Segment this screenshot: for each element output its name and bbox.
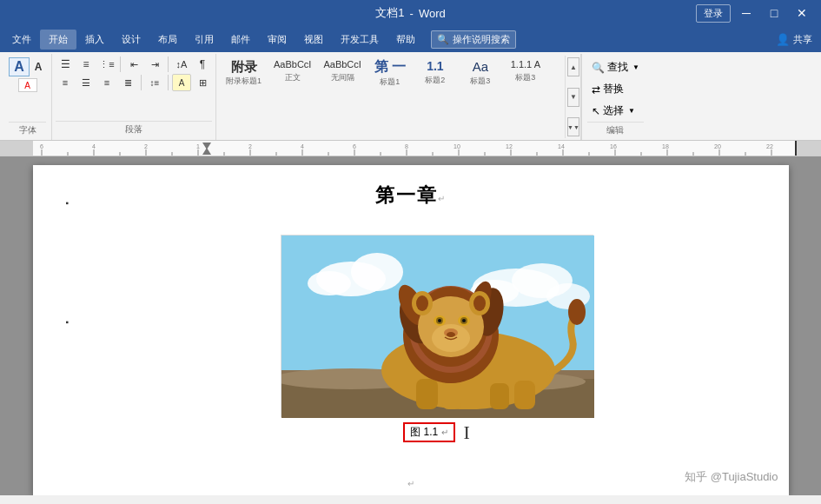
menu-bar-right: 👤 共享 <box>771 31 818 48</box>
svg-rect-57 <box>416 379 438 409</box>
border-btn[interactable]: ⊞ <box>193 74 212 91</box>
styles-scroll-down[interactable]: ▼ <box>567 88 579 107</box>
svg-rect-58 <box>442 381 461 409</box>
menu-mailings[interactable]: 邮件 <box>222 30 259 50</box>
svg-point-80 <box>416 295 428 311</box>
divider1 <box>120 56 121 72</box>
login-button[interactable]: 登录 <box>696 4 731 23</box>
style-heading3-num-preview: 1.1.1 A <box>511 60 540 70</box>
find-label: 查找 <box>607 60 628 75</box>
menu-view[interactable]: 视图 <box>295 30 332 50</box>
paragraph-rows: ☰ ≡ ⋮≡ ⇤ ⇥ ↕A ¶ ≡ ☰ ≡ ≣ ↕≡ <box>56 56 212 119</box>
menu-file[interactable]: 文件 <box>3 30 40 50</box>
menu-review[interactable]: 审阅 <box>259 30 295 50</box>
svg-text:1: 1 <box>196 143 200 149</box>
list-multilevel-btn[interactable]: ⋮≡ <box>97 56 116 73</box>
style-fulu[interactable]: 附录 附录标题1 <box>220 56 268 138</box>
share-button[interactable]: 👤 共享 <box>771 31 818 48</box>
document-name: 文档1 <box>375 5 404 21</box>
minimize-button[interactable]: ─ <box>734 1 758 25</box>
chapter-title-text: 第一章 <box>375 184 438 206</box>
close-button[interactable]: ✕ <box>790 1 814 25</box>
svg-text:4: 4 <box>301 143 304 149</box>
list-ordered-btn[interactable]: ≡ <box>76 56 96 73</box>
menu-layout[interactable]: 布局 <box>149 30 186 50</box>
svg-text:4: 4 <box>92 143 96 149</box>
sort-btn[interactable]: ↕A <box>172 56 191 73</box>
menu-developer[interactable]: 开发工具 <box>332 30 387 50</box>
svg-point-46 <box>351 253 403 291</box>
text-cursor-icon: I <box>464 423 470 442</box>
replace-icon: ⇄ <box>592 83 600 96</box>
menu-insert[interactable]: 插入 <box>76 30 113 50</box>
font-color-btn[interactable]: A <box>18 78 37 92</box>
shading-btn[interactable]: A <box>172 74 191 91</box>
para-row1: ☰ ≡ ⋮≡ ⇤ ⇥ ↕A ¶ <box>56 56 212 73</box>
indent-bottom-marker <box>202 148 211 155</box>
justify-btn[interactable]: ≣ <box>118 74 137 91</box>
svg-point-47 <box>308 271 351 295</box>
font-group-label: 字体 <box>9 122 46 138</box>
styles-scroll-up[interactable]: ▲ <box>567 57 579 76</box>
align-left-btn[interactable]: ≡ <box>56 74 75 91</box>
style-fulu-preview: 附录 <box>231 60 257 73</box>
font-a-large[interactable]: A <box>9 57 30 76</box>
figure-caption: 图 1.1 ↵ I <box>403 422 470 442</box>
style-heading2[interactable]: 1.1 标题2 <box>413 56 458 138</box>
style-heading1-preview: 第 一 <box>374 60 406 74</box>
paragraph-group: ☰ ≡ ⋮≡ ⇤ ⇥ ↕A ¶ ≡ ☰ ≡ ≣ ↕≡ <box>52 54 216 140</box>
svg-rect-60 <box>514 381 535 409</box>
svg-text:18: 18 <box>662 143 669 149</box>
font-a-small[interactable]: A <box>30 61 46 73</box>
style-heading1[interactable]: 第 一 标题1 <box>367 56 413 138</box>
style-heading1-label: 标题1 <box>380 76 400 88</box>
menu-references[interactable]: 引用 <box>186 30 222 50</box>
style-heading3-num-label: 标题3 <box>515 72 535 83</box>
ruler-right-marker <box>795 141 797 156</box>
align-center-btn[interactable]: ☰ <box>76 74 96 91</box>
align-right-btn[interactable]: ≡ <box>97 74 116 91</box>
decrease-indent-btn[interactable]: ⇤ <box>124 56 143 73</box>
svg-text:20: 20 <box>714 143 721 149</box>
chapter-title: 第一章↵ <box>76 182 745 209</box>
select-icon: ↖ <box>592 105 600 117</box>
editing-group: 🔍 查找 ▼ ⇄ 替换 ↖ 选择 ▼ 编辑 <box>581 54 649 140</box>
svg-point-70 <box>432 324 470 352</box>
styles-group: 附录 附录标题1 AaBbCcI 正文 AaBbCcI 无间隔 第 一 标题1 … <box>216 54 581 140</box>
ruler: 6 4 2 1 2 4 6 8 <box>0 141 821 156</box>
menu-design[interactable]: 设计 <box>113 30 149 50</box>
line-spacing-btn[interactable]: ↕≡ <box>145 74 164 91</box>
styles-scroll-buttons: ▲ ▼ ▼▼ <box>565 56 577 138</box>
show-marks-btn[interactable]: ¶ <box>193 56 212 73</box>
increase-indent-btn[interactable]: ⇥ <box>145 56 164 73</box>
paragraph-group-label: 段落 <box>56 121 212 138</box>
find-button[interactable]: 🔍 查找 ▼ <box>587 57 644 77</box>
ruler-svg: 6 4 2 1 2 4 6 8 <box>33 141 795 156</box>
ruler-left-margin <box>0 141 33 156</box>
style-heading3-aa[interactable]: Aa 标题3 <box>458 56 503 138</box>
style-normal[interactable]: AaBbCcI 正文 <box>268 56 317 138</box>
font-size-row: A A <box>9 57 46 76</box>
list-unordered-btn[interactable]: ☰ <box>56 56 75 73</box>
svg-point-83 <box>568 299 586 325</box>
select-button[interactable]: ↖ 选择 ▼ <box>587 101 644 121</box>
menu-search-box[interactable]: 🔍 操作说明搜索 <box>431 30 516 49</box>
title-bar-right: 登录 ─ □ ✕ <box>696 1 814 25</box>
svg-point-76 <box>462 319 466 322</box>
style-heading3-num[interactable]: 1.1.1 A 标题3 <box>503 56 548 138</box>
figure-caption-box: 图 1.1 ↵ <box>403 422 454 442</box>
title-bar-center: 文档1 - Word <box>375 5 445 21</box>
clipboard-group: A A A 字体 <box>3 54 52 140</box>
replace-button[interactable]: ⇄ 替换 <box>587 79 644 99</box>
style-no-spacing-preview: AaBbCcI <box>323 60 361 70</box>
select-label: 选择 <box>603 103 624 118</box>
maximize-button[interactable]: □ <box>762 1 786 25</box>
svg-text:6: 6 <box>353 143 356 149</box>
menu-help[interactable]: 帮助 <box>387 30 424 50</box>
menu-home[interactable]: 开始 <box>40 30 76 50</box>
styles-scroll-more[interactable]: ▼▼ <box>567 117 579 136</box>
search-placeholder: 操作说明搜索 <box>453 33 510 46</box>
style-no-spacing[interactable]: AaBbCcI 无间隔 <box>317 56 367 138</box>
lion-image[interactable] <box>281 235 593 417</box>
figure-caption-text: 图 1.1 <box>410 426 438 438</box>
